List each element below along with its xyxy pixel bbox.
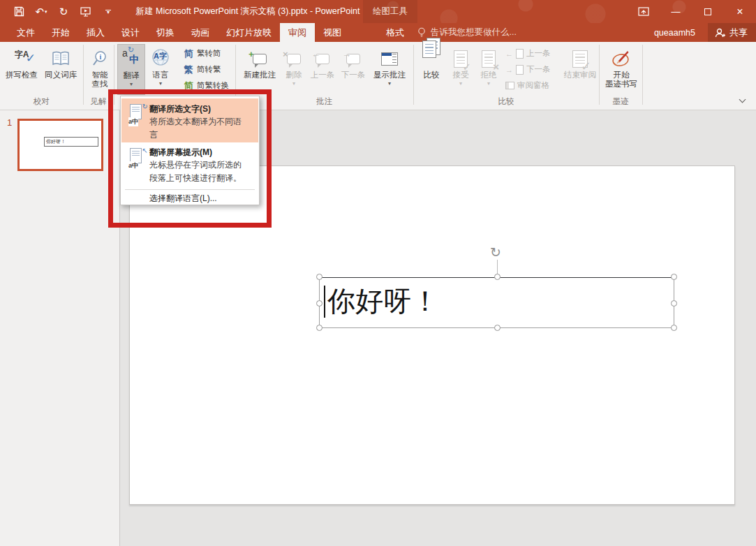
spell-check-button[interactable]: 字A ✓ 拼写检查: [3, 44, 40, 95]
rotate-handle-icon[interactable]: ↻: [490, 246, 501, 259]
slide[interactable]: ↻ 你好呀！: [129, 165, 735, 505]
show-comments-icon: [381, 47, 398, 71]
resize-handle-top-center[interactable]: [494, 274, 501, 280]
tab-slideshow[interactable]: 幻灯片放映: [218, 23, 280, 42]
menu-item-title: 选择翻译语言(L)...: [149, 193, 217, 205]
tab-home[interactable]: 开始: [43, 23, 78, 42]
reviewing-pane-button: 审阅窗格: [504, 78, 567, 93]
smart-lookup-button[interactable]: i 智能查找: [86, 44, 114, 95]
user-area: queaamh5 共享: [654, 23, 756, 42]
ribbon-tab-bar: 文件 开始 插入 设计 切换 动画 幻灯片放映 审阅 视图 格式 告诉我您想要做…: [0, 23, 756, 42]
tab-insert[interactable]: 插入: [78, 23, 113, 42]
tab-review[interactable]: 审阅: [280, 23, 315, 42]
username[interactable]: queaamh5: [654, 28, 695, 38]
collapse-ribbon-button[interactable]: [739, 99, 746, 105]
selected-textbox[interactable]: 你好呀！: [319, 277, 674, 328]
simp-trad-convert-button[interactable]: 简 简繁转换: [181, 78, 235, 93]
trad-to-simp-button[interactable]: 简 繁转简: [181, 46, 235, 61]
trad-to-simp-label: 繁转简: [197, 48, 221, 59]
compare-label: 比较: [424, 71, 440, 80]
maximize-icon: [704, 8, 711, 15]
resize-handle-bottom-center[interactable]: [494, 325, 501, 331]
accept-button: ✓ 接受 ▾: [448, 44, 473, 95]
thesaurus-icon: [52, 47, 70, 71]
compare-button[interactable]: 比较: [417, 44, 445, 95]
show-comments-button[interactable]: 显示批注 ▾: [371, 44, 408, 95]
new-comment-button[interactable]: + 新建批注: [240, 44, 279, 95]
simp-trad-convert-icon: 简: [183, 80, 194, 92]
customize-qat-button[interactable]: ▾: [101, 3, 116, 20]
menu-item-desc: 言: [149, 128, 158, 142]
accept-dropdown-icon: ▾: [459, 81, 462, 87]
smart-lookup-icon: i: [91, 47, 108, 71]
textbox-text[interactable]: 你好呀！: [327, 282, 439, 320]
redo-icon: ↻: [59, 6, 68, 18]
new-comment-label: 新建批注: [244, 71, 276, 80]
undo-button[interactable]: ↶▾: [34, 3, 49, 20]
delete-comment-label: 删除: [286, 71, 302, 80]
drawing-tools-context-header: 绘图工具: [363, 0, 417, 23]
resize-handle-middle-right[interactable]: [671, 300, 677, 307]
save-button[interactable]: [11, 3, 27, 20]
menu-item-choose-translation-language[interactable]: 选择翻译语言(L)...: [121, 191, 258, 205]
translate-button[interactable]: a ↻ 中 翻译 ▾: [117, 44, 145, 95]
previous-comment-label: 上一条: [311, 71, 335, 80]
menu-separator: [125, 189, 255, 190]
redo-button[interactable]: ↻: [56, 3, 71, 20]
menu-item-translate-selected-text[interactable]: ↻a中 翻译所选文字(S) 将所选文本翻译为不同语 言: [121, 98, 258, 142]
group-label-proofing: 校对: [0, 96, 83, 108]
share-button[interactable]: 共享: [708, 23, 756, 42]
close-button[interactable]: ×: [724, 0, 756, 23]
trad-to-simp-icon: 简: [183, 47, 194, 60]
tab-view[interactable]: 视图: [315, 23, 350, 42]
resize-handle-middle-left[interactable]: [316, 300, 323, 307]
translate-icon: a ↻ 中: [121, 47, 142, 71]
delete-comment-button: × 删除 ▾: [281, 44, 306, 95]
menu-item-translate-screentip[interactable]: ↖a中 翻译屏幕提示(M) 光标悬停在字词或所选的 段落上可快速进行翻译。: [121, 144, 258, 187]
new-comment-icon: +: [253, 47, 267, 71]
group-label-compare: 比较: [413, 96, 599, 108]
group-label-comments: 批注: [235, 96, 413, 108]
reject-icon: ×: [482, 47, 496, 71]
resize-handle-bottom-right[interactable]: [671, 325, 677, 331]
slideshow-icon: [80, 7, 91, 17]
compare-previous-label: 上一条: [526, 48, 551, 59]
compare-next-button: → 下一条: [504, 62, 563, 77]
menu-item-desc: 将所选文本翻译为不同语: [149, 115, 242, 128]
undo-dropdown-icon[interactable]: ▾: [45, 9, 47, 15]
previous-comment-button: ← 上一条: [308, 44, 337, 95]
language-button[interactable]: A字 语言 ▾: [147, 44, 175, 95]
ribbon-display-options-button[interactable]: [628, 0, 660, 23]
reviewing-pane-label: 审阅窗格: [517, 80, 549, 91]
show-comments-dropdown-icon: ▾: [388, 81, 391, 87]
translate-screentip-icon: ↖a中: [128, 148, 145, 168]
undo-icon: ↶: [35, 6, 44, 18]
language-icon: A字: [150, 47, 171, 71]
resize-handle-top-left[interactable]: [316, 274, 323, 280]
reviewing-pane-icon: [505, 82, 514, 89]
compare-next-icon: →: [505, 66, 513, 74]
minimize-button[interactable]: —: [660, 0, 692, 23]
start-slideshow-button[interactable]: [78, 3, 94, 20]
next-comment-icon: →: [346, 47, 360, 71]
tab-format[interactable]: 格式: [378, 23, 413, 42]
simp-to-trad-button[interactable]: 繁 简转繁: [181, 62, 235, 77]
share-person-icon: [715, 28, 726, 38]
compare-previous-button: ← 上一条: [504, 46, 563, 61]
quick-access-toolbar: ↶▾ ↻ ▾: [11, 0, 116, 23]
resize-handle-top-right[interactable]: [671, 274, 677, 280]
tab-file[interactable]: 文件: [8, 23, 43, 42]
slide-thumbnail[interactable]: 你好呀！: [17, 119, 103, 171]
thesaurus-button[interactable]: 同义词库: [40, 44, 81, 95]
next-comment-button: → 下一条: [339, 44, 368, 95]
start-inking-button[interactable]: 开始 墨迹书写: [602, 44, 641, 95]
compare-icon: [422, 47, 441, 71]
next-comment-label: 下一条: [341, 71, 366, 80]
translate-label: 翻译: [124, 71, 140, 80]
svg-text:i: i: [100, 53, 102, 61]
resize-handle-bottom-left[interactable]: [316, 325, 323, 331]
tab-design[interactable]: 设计: [113, 23, 148, 42]
tab-transitions[interactable]: 切换: [148, 23, 183, 42]
tab-animations[interactable]: 动画: [183, 23, 218, 42]
maximize-button[interactable]: [692, 0, 724, 23]
